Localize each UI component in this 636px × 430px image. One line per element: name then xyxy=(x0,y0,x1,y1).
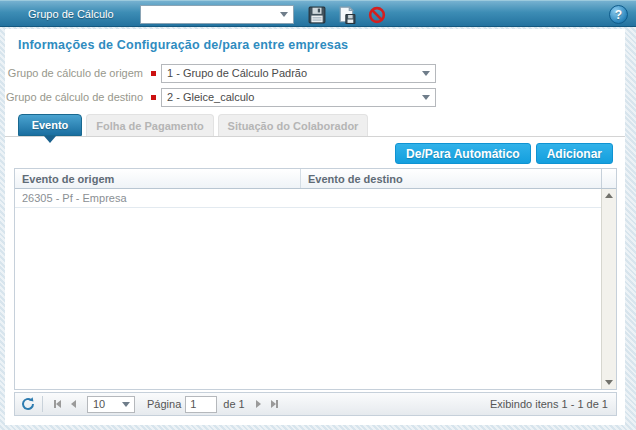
cell-evento-origem[interactable]: 26305 - Pf - Empresa xyxy=(15,192,301,204)
pager-status: Exibindo itens 1 - 1 de 1 xyxy=(490,398,608,410)
tab-situacao-do-colaborador[interactable]: Situação do Colaborador xyxy=(218,114,368,136)
header-scrollbar-spacer xyxy=(601,169,616,188)
origin-group-label: Grupo de cálculo de origem xyxy=(5,67,143,79)
scroll-down-icon[interactable] xyxy=(605,380,613,385)
column-header-evento-origem[interactable]: Evento de origem xyxy=(15,169,301,188)
table-header: Evento de origem Evento de destino xyxy=(15,169,616,189)
help-label: ? xyxy=(615,8,622,22)
help-button[interactable]: ? xyxy=(609,5,628,24)
page-title: Informações de Configuração de/para entr… xyxy=(18,38,348,52)
previous-page-button[interactable] xyxy=(66,396,81,412)
required-marker-icon xyxy=(151,95,156,100)
top-toolbar: Grupo de Cálculo ? xyxy=(0,0,636,27)
page-size-select[interactable]: 10 xyxy=(87,396,135,413)
first-page-button[interactable] xyxy=(49,396,66,412)
destination-group-value: 2 - Gleice_calculo xyxy=(167,91,254,103)
tab-folha-de-pagamento[interactable]: Folha de Pagamento xyxy=(86,114,214,136)
table-vertical-scrollbar[interactable] xyxy=(601,189,616,389)
calc-group-search-combo[interactable] xyxy=(140,5,294,24)
tab-evento[interactable]: Evento xyxy=(18,114,82,136)
chevron-down-icon[interactable] xyxy=(422,95,430,100)
chevron-down-icon[interactable] xyxy=(280,12,288,17)
table-row[interactable]: 26305 - Pf - Empresa xyxy=(15,189,601,208)
destination-group-field: Grupo de cálculo de destino 2 - Gleice_c… xyxy=(5,87,436,107)
pager-bar: 10 Página de 1 Exibindo itens 1 - 1 de 1 xyxy=(14,392,617,416)
toolbar-title: Grupo de Cálculo xyxy=(28,8,114,20)
page-number-input[interactable] xyxy=(185,396,217,413)
origin-group-select[interactable]: 1 - Grupo de Cálculo Padrão xyxy=(161,64,436,83)
page-of-label: de 1 xyxy=(223,398,244,410)
next-page-button[interactable] xyxy=(251,396,266,412)
pager-separator xyxy=(42,396,43,412)
save-as-icon[interactable] xyxy=(338,6,356,24)
required-marker-icon xyxy=(151,71,156,76)
origin-group-field: Grupo de cálculo de origem 1 - Grupo de … xyxy=(5,63,436,83)
page-size-value: 10 xyxy=(93,398,105,410)
tab-bar: Evento Folha de Pagamento Situação do Co… xyxy=(5,114,625,137)
scroll-up-icon[interactable] xyxy=(605,193,613,198)
last-page-button[interactable] xyxy=(266,396,283,412)
destination-group-select[interactable]: 2 - Gleice_calculo xyxy=(161,88,436,107)
chevron-down-icon[interactable] xyxy=(422,71,430,76)
depara-automatico-button[interactable]: De/Para Automático xyxy=(395,143,531,164)
active-tab-pointer-icon xyxy=(44,136,56,143)
save-icon[interactable] xyxy=(308,6,326,24)
page-label: Página xyxy=(147,398,181,410)
events-table: Evento de origem Evento de destino 26305… xyxy=(14,168,617,390)
origin-group-value: 1 - Grupo de Cálculo Padrão xyxy=(167,67,307,79)
action-buttons: De/Para Automático Adicionar xyxy=(395,143,613,164)
chevron-down-icon[interactable] xyxy=(122,402,130,407)
cancel-icon[interactable] xyxy=(368,6,386,24)
destination-group-label: Grupo de cálculo de destino xyxy=(5,91,143,103)
adicionar-button[interactable]: Adicionar xyxy=(536,143,613,164)
main-panel: Informações de Configuração de/para entr… xyxy=(5,29,625,425)
column-header-evento-destino[interactable]: Evento de destino xyxy=(301,169,601,188)
refresh-icon[interactable] xyxy=(20,396,36,412)
